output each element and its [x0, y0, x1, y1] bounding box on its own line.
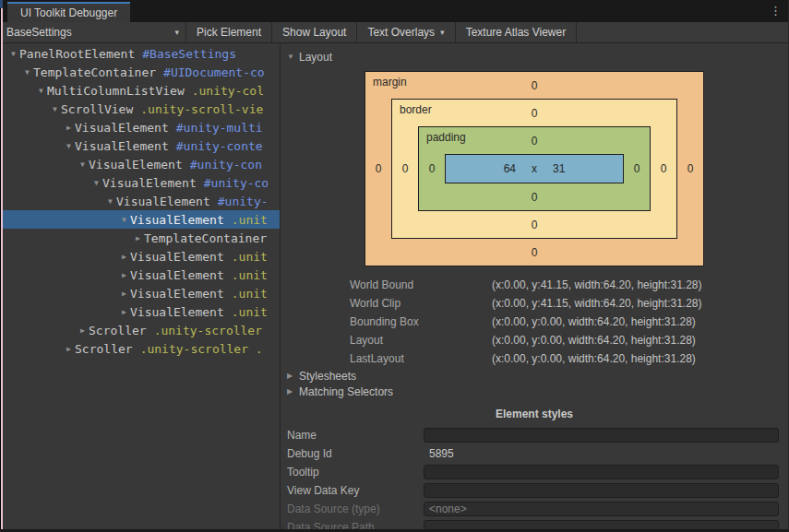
element-type-label: PanelRootElement	[19, 47, 135, 61]
element-type-label: VisualElement	[130, 305, 224, 319]
layout-foldout[interactable]: ▼ Layout	[281, 49, 788, 65]
element-type-label: VisualElement	[130, 287, 224, 301]
tree-row[interactable]: ▶VisualElement.unit	[0, 247, 280, 266]
tree-row[interactable]: ▼VisualElement#unity-con	[0, 155, 280, 173]
expand-open-icon[interactable]: ▼	[49, 105, 61, 113]
element-class-label: .unity-scroller	[154, 324, 262, 337]
element-type-label: VisualElement	[130, 213, 224, 227]
element-class-label: .unity-col	[192, 84, 264, 98]
tree-row[interactable]: ▶TemplateContainer	[0, 229, 280, 247]
expand-open-icon[interactable]: ▼	[90, 179, 102, 187]
element-styles-fields: NameDebug Id5895TooltipView Data KeyData…	[281, 426, 788, 529]
expand-closed-icon[interactable]: ▶	[118, 290, 130, 298]
tree-row[interactable]: ▼ScrollView.unity-scroll-vie	[0, 100, 280, 118]
tree-row[interactable]: ▶VisualElement.unit	[0, 302, 280, 321]
panel-picker-value: BaseSettings	[6, 26, 72, 39]
bounds-value: (x:0.00, y:41.15, width:64.20, height:31…	[492, 297, 701, 310]
matching-selectors-foldout-label: Matching Selectors	[299, 385, 393, 398]
texture-atlas-viewer-button[interactable]: Texture Atlas Viewer	[456, 22, 578, 42]
stylesheets-foldout[interactable]: ▶Stylesheets	[281, 368, 788, 384]
tab-label: UI Toolkit Debugger	[20, 6, 117, 19]
matching-selectors-foldout[interactable]: ▶Matching Selectors	[281, 384, 788, 399]
padding-left-value: 0	[419, 154, 445, 183]
tooltip-field[interactable]	[424, 465, 779, 479]
tree-row[interactable]: ▶VisualElement.unit	[0, 266, 280, 284]
border-left-value: 0	[392, 126, 418, 211]
name-field[interactable]	[424, 428, 779, 443]
name-field-label: Name	[287, 429, 424, 442]
margin-box: margin 0 0 border 0 0 padding 0	[365, 71, 704, 266]
tree-row[interactable]: ▼PanelRootElement#BaseSettings	[0, 44, 280, 63]
kebab-menu-icon[interactable]: ⋮	[770, 3, 782, 19]
element-id-label: #unity-conte	[176, 139, 263, 153]
expand-open-icon[interactable]: ▼	[21, 68, 33, 77]
screen-edge-corner	[0, 0, 3, 8]
bounds-value: (x:0.00, y:41.15, width:64.20, height:31…	[492, 278, 701, 291]
element-type-label: MultiColumnListView	[47, 84, 185, 98]
element-class-label: .unity-scroll-vie	[140, 102, 263, 116]
name-field-row: Name	[281, 426, 788, 444]
element-class-label: .unit	[232, 250, 268, 264]
element-id-label: #unity-co	[204, 176, 269, 190]
content-area: ▼PanelRootElement#BaseSettings▼TemplateC…	[0, 43, 788, 529]
expand-closed-icon[interactable]: ▶	[132, 234, 144, 242]
text-overlays-button[interactable]: Text Overlays▾	[357, 22, 455, 42]
bounds-label: LastLayout	[281, 352, 492, 365]
data-source-path-field-label: Data Source Path	[287, 521, 424, 529]
details-panel: ▼ Layout margin 0 0 border 0 0	[281, 43, 788, 529]
expand-closed-icon[interactable]: ▶	[118, 308, 130, 316]
foldout-open-icon: ▼	[287, 53, 299, 61]
bounds-row: Bounding Box(x:0.00, y:0.00, width:64.20…	[281, 313, 788, 331]
tree-row[interactable]: ▶VisualElement#unity-multi	[0, 118, 280, 136]
expand-open-icon[interactable]: ▼	[118, 216, 130, 224]
padding-label: padding	[426, 131, 466, 144]
border-top-value: 0	[392, 100, 676, 126]
tree-row[interactable]: ▶Scroller.unity-scroller .	[0, 339, 280, 358]
expand-open-icon[interactable]: ▼	[104, 197, 116, 206]
bounds-row: LastLayout(x:0.00, y:0.00, width:64.20, …	[281, 349, 788, 368]
tree-row[interactable]: ▼TemplateContainer#UIDocument-co	[0, 63, 280, 81]
tree-row[interactable]: ▶Scroller.unity-scroller	[0, 321, 280, 339]
element-class-label: .unit	[232, 268, 268, 282]
expand-closed-icon[interactable]: ▶	[77, 326, 89, 335]
data-source-type-field	[424, 502, 779, 516]
tab-ui-toolkit-debugger[interactable]: UI Toolkit Debugger	[7, 2, 130, 22]
expand-open-icon[interactable]: ▼	[63, 142, 75, 150]
show-layout-button-label: Show Layout	[282, 26, 346, 39]
content-size-separator: x	[532, 162, 537, 175]
tree-row[interactable]: ▼VisualElement#unity-	[0, 192, 280, 210]
pick-element-button[interactable]: Pick Element	[186, 22, 272, 42]
expand-closed-icon[interactable]: ▶	[63, 124, 75, 132]
tree-row[interactable]: ▼VisualElement#unity-co	[0, 173, 280, 192]
expand-closed-icon[interactable]: ▶	[118, 253, 130, 261]
show-layout-button[interactable]: Show Layout	[272, 22, 357, 42]
expand-open-icon[interactable]: ▼	[7, 50, 19, 58]
view-data-key-field[interactable]	[424, 483, 779, 498]
data-source-type-field-row: Data Source (type)	[281, 500, 788, 518]
element-type-label: VisualElement	[130, 250, 224, 264]
margin-bottom-value: 0	[365, 239, 703, 266]
margin-label: margin	[373, 76, 407, 89]
bounds-row: Layout(x:0.00, y:0.00, width:64.20, heig…	[281, 331, 788, 349]
panel-picker-dropdown[interactable]: BaseSettings ▾	[0, 22, 186, 42]
element-type-label: VisualElement	[75, 139, 169, 153]
bounds-row: World Bound(x:0.00, y:41.15, width:64.20…	[281, 276, 788, 294]
tree-row[interactable]: ▶VisualElement.unit	[0, 284, 280, 302]
element-type-label: TemplateContainer	[144, 231, 267, 245]
element-type-label: ScrollView	[61, 102, 133, 116]
tree-row[interactable]: ▼VisualElement#unity-conte	[0, 136, 280, 155]
debug-id-value-label: Debug Id	[287, 447, 424, 460]
expand-open-icon[interactable]: ▼	[77, 160, 89, 169]
tree-row[interactable]: ▼VisualElement.unit	[0, 210, 280, 229]
tree-row[interactable]: ▼MultiColumnListView.unity-col	[0, 81, 280, 100]
text-overlays-button-label: Text Overlays	[367, 26, 435, 39]
expand-closed-icon[interactable]: ▶	[118, 271, 130, 279]
expand-closed-icon[interactable]: ▶	[63, 345, 75, 353]
expand-open-icon[interactable]: ▼	[35, 87, 47, 95]
data-source-path-field	[424, 520, 779, 529]
element-id-label: #unity-con	[190, 158, 262, 171]
box-model-diagram: margin 0 0 border 0 0 padding 0	[365, 71, 704, 266]
element-type-label: VisualElement	[89, 158, 183, 171]
element-class-label: .unit	[232, 287, 268, 301]
border-right-value: 0	[651, 126, 676, 211]
